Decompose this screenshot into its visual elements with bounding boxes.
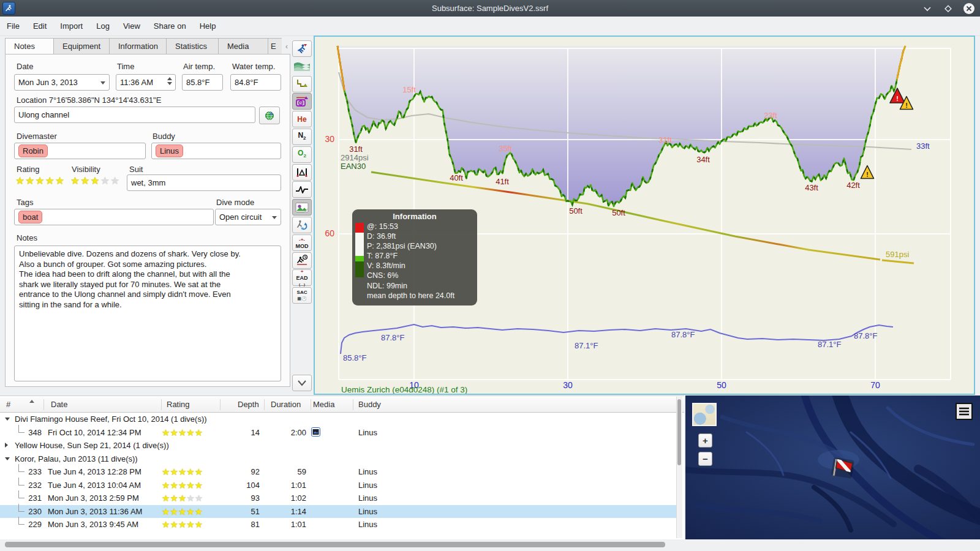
trip-row[interactable]: Koror, Palau, Jun 2013 (11 dive(s)) (0, 452, 676, 466)
visibility-stars[interactable]: ★★★★★ (70, 176, 120, 186)
heart-rate-icon[interactable] (292, 181, 312, 198)
dive-number: 230 (26, 507, 42, 516)
tab-information[interactable]: Information (109, 38, 166, 55)
nitrogen-graph-icon[interactable]: N2 (292, 129, 312, 145)
minimize-button[interactable] (921, 2, 933, 15)
rebreather-icon[interactable] (292, 217, 312, 233)
expand-icon[interactable] (5, 443, 8, 448)
suit-field[interactable]: wet, 3mm (127, 174, 281, 191)
maximize-button[interactable] (942, 2, 954, 15)
rating-stars[interactable]: ★★★★★ (15, 176, 65, 186)
collapse-icon[interactable] (5, 457, 10, 460)
tags-field[interactable]: boat (14, 209, 214, 225)
column-header-num[interactable]: # (6, 400, 10, 409)
dive-row[interactable]: 231Mon Jun 3, 2013 2:59 PM931:02Linus★★★… (0, 492, 676, 505)
calculated-ceiling-icon[interactable] (292, 76, 312, 92)
tab-notes[interactable]: Notes (5, 38, 53, 55)
tab-statistics[interactable]: Statistics (166, 38, 218, 55)
buddy-tag[interactable]: Linus (156, 144, 183, 157)
close-button[interactable] (963, 2, 975, 15)
divemaster-field[interactable]: Robin (14, 143, 146, 159)
location-globe-button[interactable] (259, 107, 280, 124)
menu-log[interactable]: Log (89, 17, 116, 36)
dive-profile-chart[interactable]: 15ft31ft2914psiEAN3040ft41ft35ft50ft50ft… (314, 36, 975, 395)
dive-computer-icon[interactable] (292, 40, 312, 57)
profile-annotation: 33ft (916, 141, 930, 151)
ead-icon[interactable]: +EAD(…) (292, 269, 312, 286)
dive-duration: 1:01 (279, 520, 306, 529)
info-box-title: Information (352, 212, 477, 221)
profile-gradient-icon[interactable] (292, 58, 312, 75)
dive-row[interactable]: 348Fri Oct 10, 2014 12:34 PM142:00Linus★… (0, 426, 676, 440)
buddy-field[interactable]: Linus (151, 143, 281, 159)
date-combobox[interactable]: Mon Jun 3, 2013 (14, 74, 110, 91)
dive-site-map[interactable]: + − (685, 395, 980, 539)
oxygen-graph-icon[interactable]: O2 (292, 146, 312, 163)
dive-row[interactable]: 233Tue Jun 4, 2013 12:28 PM9259Linus★★★★… (0, 465, 676, 479)
map-zoom-in-button[interactable]: + (698, 433, 712, 448)
collapse-icon[interactable] (5, 418, 10, 421)
helium-graph-icon[interactable]: He (292, 111, 312, 127)
tag-boat[interactable]: boat (18, 211, 42, 223)
dive-list-horizontal-scrollbar[interactable] (0, 541, 684, 549)
profile-annotation: 35ft (499, 144, 512, 153)
rating-label: Rating (17, 165, 40, 174)
dive-mode-combobox[interactable]: Open circuit (215, 209, 281, 225)
map-menu-button[interactable] (956, 403, 973, 420)
menu-help[interactable]: Help (193, 17, 223, 36)
mod-icon[interactable]: -+-MOD (292, 234, 312, 251)
svg-text:!: ! (905, 102, 908, 109)
profile-annotation: 42ft (846, 181, 860, 190)
menu-share-on[interactable]: Share on (147, 17, 193, 36)
time-spinbox[interactable]: 11:36 AM (116, 74, 176, 91)
map-zoom-out-button[interactable]: − (698, 452, 712, 466)
ndl-icon[interactable] (292, 252, 312, 269)
tab-scroll-left-icon[interactable]: ‹ (285, 42, 288, 51)
profile-annotation: 23ft (764, 111, 777, 120)
dive-date: Mon Jun 3, 2013 9:45 AM (48, 520, 138, 529)
tab-media[interactable]: Media (218, 38, 268, 55)
notes-textarea[interactable]: Unbelievable dive. Dozens and dozens of … (14, 246, 281, 381)
ruler-icon[interactable] (292, 164, 312, 181)
column-header-rating[interactable]: Rating (167, 400, 190, 409)
menu-edit[interactable]: Edit (26, 17, 53, 36)
toolbar-collapse-icon[interactable] (292, 375, 312, 391)
trip-row[interactable]: Yellow House, Sun Sep 21, 2014 (1 dive(s… (0, 439, 676, 452)
menu-file[interactable]: File (0, 17, 26, 36)
dive-row[interactable]: 230Mon Jun 3, 2013 11:36 AM511:14Linus★★… (0, 505, 676, 519)
tab-equipment[interactable]: Equipment (53, 38, 109, 55)
dive-flag-marker[interactable] (831, 457, 854, 479)
column-header-date[interactable]: Date (51, 400, 67, 409)
trip-row[interactable]: Divi Flamingo House Reef, Fri Oct 10, 20… (0, 413, 676, 426)
profile-annotation: 87.1°F (818, 340, 842, 349)
column-header-buddy[interactable]: Buddy (358, 400, 381, 409)
profile-annotation: EAN30 (341, 162, 366, 171)
map-overview-thumbnail[interactable] (692, 403, 717, 426)
profile-annotation: 15ft (402, 85, 416, 94)
sac-icon[interactable]: SAC▦🕐 (292, 287, 312, 304)
menu-view[interactable]: View (116, 17, 147, 36)
info-box-line: CNS: 6% (367, 271, 477, 280)
svg-text:!: ! (866, 171, 869, 178)
buddy-label: Buddy (153, 132, 175, 141)
dive-date: Tue Jun 4, 2013 10:04 AM (48, 481, 141, 490)
divemaster-tag[interactable]: Robin (18, 144, 48, 157)
dive-duration: 59 (279, 467, 306, 476)
water-temp-field[interactable]: 84.8°F (230, 74, 281, 91)
dive-list-vertical-scrollbar[interactable] (676, 397, 682, 538)
dive-media[interactable] (311, 427, 320, 438)
info-box-line: NDL: 99min (367, 281, 477, 291)
dive-row[interactable]: 229Mon Jun 3, 2013 9:45 AM811:01Linus★★★… (0, 518, 676, 531)
globe-icon (265, 111, 274, 121)
menu-import[interactable]: Import (53, 17, 89, 36)
air-temp-field[interactable]: 85.8°F (182, 74, 223, 91)
tank-bar-icon[interactable] (292, 93, 312, 110)
column-header-depth[interactable]: Depth (238, 400, 259, 409)
tab-extra[interactable]: E (268, 38, 282, 55)
location-field[interactable]: Ulong channel (14, 107, 255, 123)
column-header-duration[interactable]: Duration (271, 400, 301, 409)
column-header-media[interactable]: Media (313, 400, 334, 409)
photos-icon[interactable] (292, 199, 312, 216)
time-spin-arrows[interactable] (167, 77, 172, 85)
dive-row[interactable]: 232Tue Jun 4, 2013 10:04 AM1041:01Linus★… (0, 479, 676, 492)
